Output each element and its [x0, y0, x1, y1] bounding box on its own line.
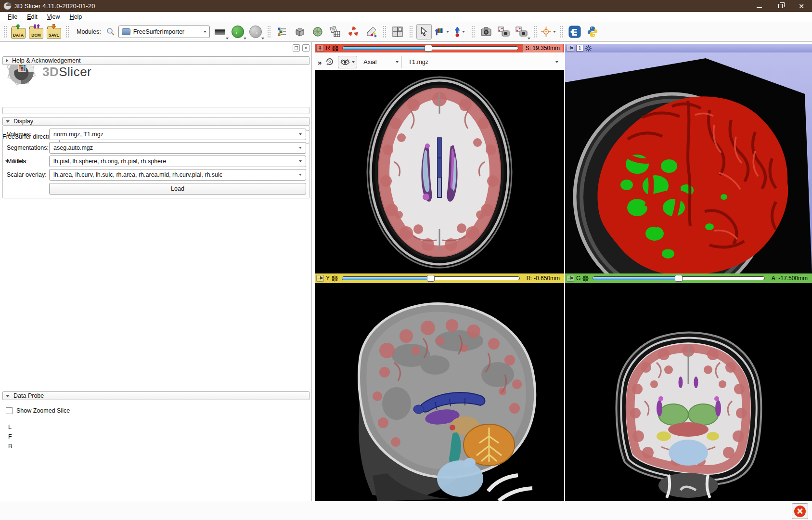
minimize-button[interactable] [748, 0, 770, 12]
volume-rendering-button[interactable] [328, 24, 343, 39]
display-section[interactable]: Display [2, 117, 309, 126]
slider-handle[interactable] [675, 275, 683, 282]
module-history-button[interactable] [212, 24, 228, 39]
toolbar-drag-handle[interactable] [267, 26, 271, 38]
toolbar-drag-handle[interactable] [3, 26, 7, 38]
markups-module-button[interactable] [346, 24, 361, 39]
segment-editor-button[interactable] [363, 24, 379, 39]
crosshair-button[interactable] [541, 24, 556, 39]
module-forward-button[interactable]: → [248, 24, 263, 39]
toolbar-drag-handle[interactable] [65, 26, 69, 38]
pin-icon[interactable] [316, 45, 324, 52]
module-hierarchy-button[interactable] [274, 24, 290, 39]
scene-view-restore-button[interactable] [514, 24, 529, 39]
toolbar-drag-handle[interactable] [383, 26, 386, 38]
window-level-icon [434, 27, 445, 37]
layout-selector-button[interactable] [390, 24, 405, 39]
data-probe-section[interactable]: Data Probe [2, 391, 309, 400]
coronal-slice-slider[interactable] [593, 275, 764, 282]
threed-view-pane[interactable]: 1 [565, 44, 812, 273]
background-volume-selector[interactable]: T1.mgz [405, 56, 561, 68]
pin-icon[interactable] [567, 45, 574, 52]
dicom-button[interactable]: DCM [28, 24, 44, 39]
show-zoomed-slice-checkbox[interactable] [6, 407, 13, 414]
viewport-grid: R S: 19.350mm [315, 42, 812, 501]
menu-file[interactable]: File [3, 13, 22, 21]
slice-intersection-icon[interactable] [332, 275, 338, 282]
load-button[interactable]: Load [49, 183, 306, 195]
undock-panel-icon[interactable]: ❐ [293, 44, 300, 52]
mouse-interaction-button[interactable] [416, 24, 432, 39]
spin-view-icon[interactable] [585, 45, 592, 52]
module-icon [122, 28, 130, 35]
segmentations-selector[interactable]: aseg.auto.mgz [49, 142, 306, 154]
toolbar-drag-handle[interactable] [471, 26, 475, 38]
place-point-button[interactable] [452, 24, 467, 39]
extensions-manager-button[interactable] [567, 24, 582, 39]
pane-menu-icon[interactable] [318, 58, 322, 66]
restore-button[interactable] [770, 0, 791, 12]
extensions-icon [568, 26, 581, 38]
back-arrow-icon: ← [232, 26, 244, 38]
coronal-slice-image[interactable] [565, 283, 812, 501]
help-acknowledgement-section[interactable]: Help & Acknowledgement [2, 56, 309, 65]
dicom-folder-icon: DCM [29, 28, 43, 39]
slice-visibility-toggle[interactable] [338, 56, 357, 68]
menu-view[interactable]: View [42, 13, 65, 21]
chevron-down-icon [299, 160, 302, 162]
segmentations-label: Segmentations: [7, 144, 49, 151]
pin-icon[interactable] [316, 275, 324, 282]
threed-view-image[interactable] [565, 52, 812, 273]
toolbar-drag-handle[interactable] [409, 26, 412, 38]
close-button[interactable]: ✕ [791, 0, 812, 12]
models-selector[interactable]: lh.pial, lh.sphere, rh.orig, rh.pial, rh… [49, 156, 306, 167]
menu-bar: File Edit View Help [0, 12, 812, 22]
view-label: G [576, 275, 580, 282]
sagittal-view-pane[interactable]: Y R: -0.650mm [315, 273, 564, 501]
menu-help[interactable]: Help [65, 13, 87, 21]
chevron-down-icon [396, 61, 399, 63]
scalar-overlay-selector[interactable]: lh.area, lh.curv, lh.sulc, rh.area, rh.a… [49, 169, 306, 181]
slice-intersection-icon[interactable] [332, 45, 338, 52]
axial-slice-slider[interactable] [342, 45, 518, 52]
module-search-icon[interactable] [105, 24, 116, 39]
module-back-button[interactable]: ← [230, 24, 245, 39]
volumes-module-button[interactable] [310, 24, 325, 39]
restore-icon [778, 4, 783, 8]
hierarchy-tree-icon [277, 27, 287, 37]
axial-slice-image[interactable] [315, 70, 564, 273]
menu-edit[interactable]: Edit [22, 13, 42, 21]
window-level-button[interactable] [434, 24, 450, 39]
slider-handle[interactable] [427, 275, 435, 282]
orientation-selector[interactable]: Axial [361, 56, 402, 68]
toolbar-drag-handle[interactable] [560, 26, 563, 38]
chevron-down-icon [226, 38, 229, 39]
minimize-icon [757, 7, 762, 8]
module-selector[interactable]: FreeSurferImporter [118, 26, 210, 38]
screenshot-button[interactable] [478, 24, 494, 39]
save-button[interactable]: SAVE [46, 24, 62, 39]
volumes-selector[interactable]: norm.mgz, T1.mgz [49, 129, 306, 140]
module-history-icon [215, 29, 225, 35]
python-console-button[interactable] [585, 24, 600, 39]
save-folder-icon: SAVE [47, 28, 61, 39]
view-label: R [326, 45, 330, 52]
probe-row-layer-f: F [8, 432, 12, 442]
chevron-down-icon [299, 147, 302, 149]
scene-view-capture-button[interactable] [496, 24, 512, 39]
slider-handle[interactable] [425, 45, 432, 52]
pin-icon[interactable] [567, 275, 574, 282]
close-panel-icon[interactable]: ✕ [302, 44, 309, 52]
load-data-button[interactable]: DATA [11, 24, 26, 39]
sagittal-slice-image[interactable] [315, 283, 564, 501]
slice-intersection-icon[interactable] [582, 275, 589, 282]
crosshair-icon [541, 26, 552, 38]
axial-view-pane[interactable]: R S: 19.350mm [315, 44, 564, 273]
sagittal-slice-slider[interactable] [342, 275, 520, 282]
error-log-button[interactable] [792, 503, 808, 519]
coronal-view-pane[interactable]: G A: -17.500mm [565, 273, 812, 501]
slicer-logo-text: 3DSlicer [42, 65, 91, 79]
data-module-button[interactable] [292, 24, 308, 39]
rotate-to-volume-plane-icon[interactable] [325, 57, 335, 68]
toolbar-drag-handle[interactable] [533, 26, 537, 38]
